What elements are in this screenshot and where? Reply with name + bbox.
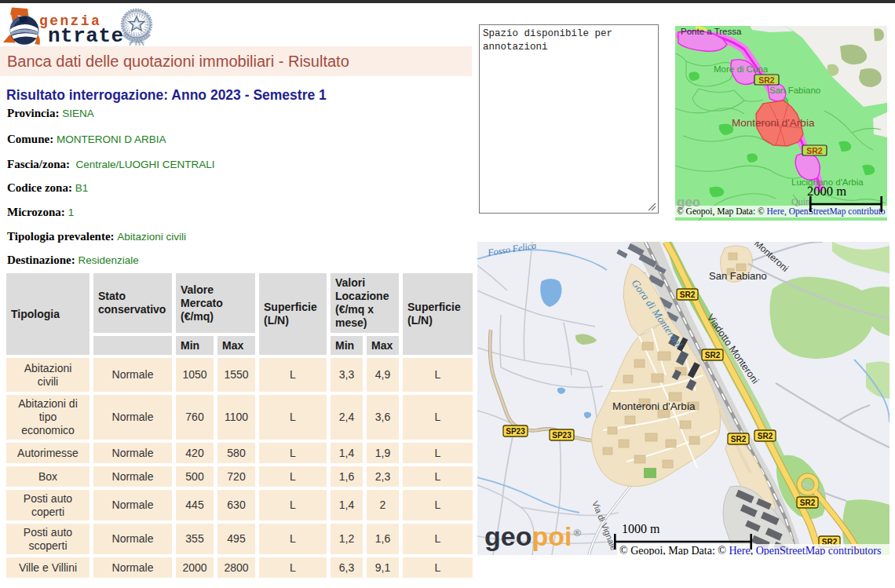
svg-text:Monteroni d'Arbia: Monteroni d'Arbia [612,400,696,412]
svg-text:© Geopoi, Map Data: © Here, Op: © Geopoi, Map Data: © Here, OpenStreetMa… [677,206,886,217]
svg-text:San Fabiano: San Fabiano [709,270,767,282]
svg-text:SR2: SR2 [705,351,721,360]
svg-text:SP23: SP23 [506,427,525,436]
svg-text:SR2: SR2 [800,499,816,507]
svg-text:San Fabiano: San Fabiano [769,86,820,95]
svg-text:More di Cuna: More di Cuna [714,64,769,74]
svg-text:SR2: SR2 [680,290,696,299]
svg-text:SR2: SR2 [806,146,823,155]
svg-text:SR2: SR2 [758,432,773,440]
svg-text:Ponte a Tressa: Ponte a Tressa [681,27,742,36]
svg-text:Quin: Quin [791,196,810,207]
svg-text:SR2: SR2 [758,75,775,85]
svg-text:Monteroni d'Arbia: Monteroni d'Arbia [732,117,815,129]
svg-text:SP23: SP23 [552,431,572,440]
svg-text:2000 m: 2000 m [807,184,846,199]
svg-text:1000 m: 1000 m [622,522,660,535]
svg-text:geopoi®: geopoi® [484,521,581,551]
svg-text:SR2: SR2 [731,435,747,444]
